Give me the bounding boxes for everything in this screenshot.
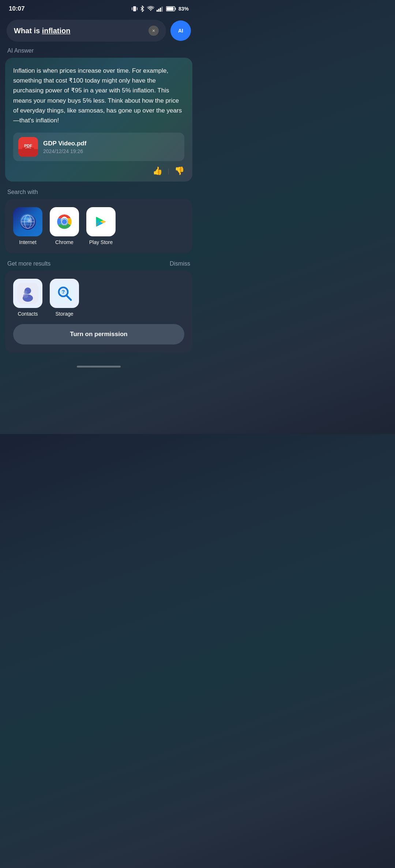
contacts-app-item[interactable]: Contacts	[13, 279, 42, 317]
svg-rect-3	[157, 10, 158, 12]
contacts-app-icon	[13, 279, 42, 308]
svg-rect-9	[166, 7, 173, 11]
ai-answer-label: AI Answer	[0, 47, 198, 58]
playstore-app-item[interactable]: Play Store	[86, 207, 116, 245]
status-time: 10:07	[9, 5, 25, 12]
storage-app-item[interactable]: ? Storage	[50, 279, 79, 317]
svg-rect-0	[133, 6, 136, 11]
playstore-app-label: Play Store	[89, 239, 113, 245]
svg-rect-2	[137, 7, 138, 10]
thumbs-down-button[interactable]: 👎	[174, 166, 184, 176]
search-query: What is inflation	[14, 27, 145, 35]
chrome-app-item[interactable]: Chrome	[50, 207, 79, 245]
signal-icon	[157, 6, 164, 12]
bluetooth-icon	[140, 5, 145, 12]
bottom-bar	[0, 360, 198, 375]
internet-app-item[interactable]: Internet	[13, 207, 42, 245]
svg-rect-4	[158, 9, 159, 12]
status-icons: 83%	[132, 5, 189, 12]
svg-rect-8	[175, 8, 176, 10]
more-results-label: Get more results	[7, 260, 50, 267]
storage-app-label: Storage	[55, 311, 73, 317]
pdf-icon: PDF	[18, 137, 38, 157]
turn-on-permission-button[interactable]: Turn on permission	[13, 324, 184, 344]
more-results-card: Contacts ? Storage Turn on permission	[5, 271, 192, 353]
more-results-app-grid: Contacts ? Storage	[13, 279, 184, 317]
chrome-app-icon	[50, 207, 79, 236]
more-results-header: Get more results Dismiss	[0, 260, 198, 271]
svg-point-25	[62, 219, 67, 224]
svg-point-30	[24, 290, 27, 294]
search-with-card: Internet Chrom	[5, 199, 192, 253]
internet-app-label: Internet	[19, 239, 36, 245]
status-bar: 10:07 83%	[0, 0, 198, 16]
ai-answer-text: Inflation is when prices increase over t…	[13, 66, 184, 125]
svg-point-21	[28, 219, 30, 221]
clear-button[interactable]: ×	[148, 26, 159, 36]
app-grid: Internet Chrom	[13, 207, 184, 245]
search-container: What is inflation × AI	[0, 16, 198, 47]
source-card[interactable]: PDF GDP Video.pdf 2024/12/24 19:26	[13, 133, 184, 161]
svg-point-31	[23, 294, 28, 298]
source-name: GDP Video.pdf	[43, 140, 179, 147]
svg-text:PDF: PDF	[24, 144, 32, 148]
source-date: 2024/12/24 19:26	[43, 148, 179, 154]
svg-rect-5	[160, 8, 161, 12]
thumbs-up-button[interactable]: 👍	[153, 166, 162, 176]
search-with-label: Search with	[0, 189, 198, 199]
svg-rect-1	[132, 7, 132, 10]
contacts-app-label: Contacts	[18, 311, 38, 317]
ai-search-button[interactable]: AI	[170, 20, 191, 41]
internet-app-icon	[13, 207, 42, 236]
battery-icon	[166, 6, 176, 11]
storage-app-icon: ?	[50, 279, 79, 308]
battery-percentage: 83%	[178, 6, 189, 12]
source-info: GDP Video.pdf 2024/12/24 19:26	[43, 140, 179, 154]
dismiss-button[interactable]: Dismiss	[170, 260, 190, 267]
feedback-row: 👍 | 👎	[13, 166, 184, 176]
wifi-icon	[147, 6, 154, 12]
chrome-app-label: Chrome	[55, 239, 74, 245]
ai-answer-card: Inflation is when prices increase over t…	[5, 58, 192, 182]
home-indicator	[77, 366, 121, 368]
svg-rect-6	[161, 7, 163, 12]
svg-text:?: ?	[62, 289, 65, 295]
search-bar[interactable]: What is inflation ×	[7, 20, 166, 42]
playstore-app-icon	[86, 207, 116, 236]
vibrate-icon	[132, 5, 138, 12]
